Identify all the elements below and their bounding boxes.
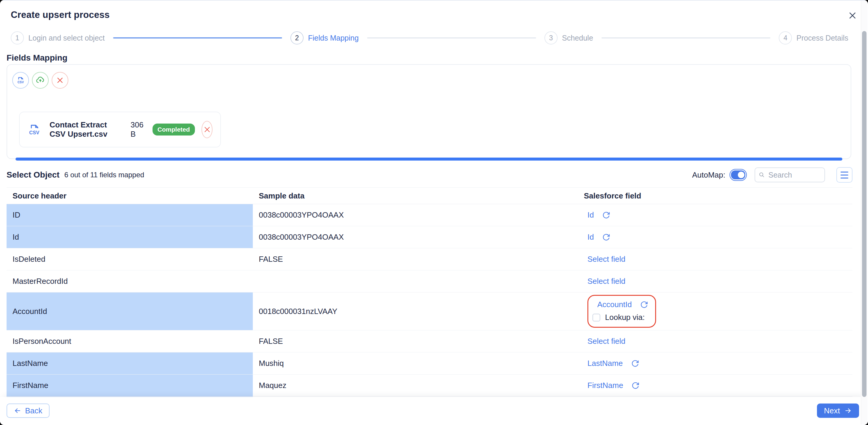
refresh-mapping-icon[interactable] <box>631 382 639 390</box>
salesforce-field-cell: Id <box>578 204 852 226</box>
uploaded-file-card: CSV Contact Extract CSV Upsert.csv 306 B… <box>19 112 221 147</box>
table-row: FirstNameMaquezFirstName <box>6 374 852 397</box>
table-row: IsDeletedFALSESelect field <box>6 248 852 270</box>
sample-data-cell: 0038c00003YPO4OAAX <box>253 226 578 248</box>
search-input[interactable] <box>768 171 821 179</box>
table-row: IsPersonAccountFALSESelect field <box>6 330 852 353</box>
upload-toolbar: CSV <box>12 72 68 89</box>
step-number: 2 <box>290 31 304 44</box>
sample-data-cell: FALSE <box>253 330 578 352</box>
select-object-heading: Select Object <box>6 170 59 180</box>
upload-progress-bar <box>16 158 842 160</box>
dialog-top-border <box>0 0 868 1</box>
automap-label: AutoMap: <box>692 171 725 180</box>
vertical-scrollbar[interactable] <box>861 1 867 424</box>
sample-data-cell: 0018c000031nzLVAAY <box>253 293 578 330</box>
csv-file-type-icon: CSV <box>27 123 41 136</box>
wizard-stepper: 1Login and select object2Fields Mapping3… <box>11 31 848 45</box>
fields-mapping-heading: Fields Mapping <box>6 53 67 63</box>
file-status-badge: Completed <box>153 124 195 135</box>
table-header-row: Source header Sample data Salesforce fie… <box>6 188 852 204</box>
source-header-cell: AccountId <box>6 293 253 330</box>
scrollbar-thumb[interactable] <box>862 31 867 397</box>
step-label: Process Details <box>796 34 848 42</box>
mapped-field-link[interactable]: AccountId <box>597 300 632 309</box>
stepper-step-2[interactable]: 2Fields Mapping <box>290 31 359 44</box>
col-header-salesforce: Salesforce field <box>578 188 852 204</box>
step-connector <box>113 37 282 38</box>
svg-text:CSV: CSV <box>18 81 24 84</box>
search-icon <box>759 171 765 179</box>
source-header-cell: LastName <box>6 353 253 374</box>
salesforce-field-cell: Select field <box>578 270 852 292</box>
select-object-bar: Select Object 6 out of 11 fields mapped … <box>6 167 852 183</box>
step-connector <box>367 37 536 38</box>
remove-icon[interactable] <box>52 72 68 89</box>
lookup-highlight-outline: AccountIdLookup via: <box>587 295 656 328</box>
lookup-via-checkbox[interactable] <box>592 314 600 322</box>
create-upsert-dialog: Create upsert process 1Login and select … <box>0 0 868 425</box>
step-number: 3 <box>545 31 558 44</box>
source-header-cell: IsDeleted <box>6 248 253 270</box>
search-box <box>754 168 825 182</box>
select-field-link[interactable]: Select field <box>587 277 625 286</box>
fields-mapping-table: Source header Sample data Salesforce fie… <box>6 187 852 401</box>
col-header-source: Source header <box>6 188 253 204</box>
arrow-left-icon <box>14 407 22 415</box>
column-menu-icon[interactable] <box>836 167 852 183</box>
refresh-mapping-icon[interactable] <box>640 301 648 309</box>
salesforce-field-cell: Id <box>578 226 852 248</box>
stepper-step-3[interactable]: 3Schedule <box>545 31 593 44</box>
automap-toggle[interactable] <box>730 169 747 181</box>
upload-cloud-icon[interactable] <box>32 72 49 89</box>
refresh-mapping-icon[interactable] <box>602 211 610 219</box>
sample-data-cell: Mushiq <box>253 353 578 374</box>
stepper-step-1[interactable]: 1Login and select object <box>11 31 105 44</box>
source-header-cell: ID <box>6 204 253 226</box>
arrow-right-icon <box>844 407 852 415</box>
close-icon[interactable] <box>847 10 858 21</box>
mapped-count-summary: 6 out of 11 fields mapped <box>64 171 144 179</box>
table-row: ID0038c00003YPO4OAAXId <box>6 204 852 226</box>
lookup-via-label: Lookup via: <box>605 313 645 322</box>
source-header-cell: FirstName <box>6 374 253 396</box>
refresh-mapping-icon[interactable] <box>602 233 610 241</box>
upload-panel: CSV CSV Contact Ext <box>6 64 851 159</box>
next-button[interactable]: Next <box>817 403 859 418</box>
file-name: Contact Extract CSV Upsert.csv <box>50 120 121 139</box>
source-header-cell: Id <box>6 226 253 248</box>
mapped-field-link[interactable]: LastName <box>587 359 623 368</box>
salesforce-field-cell: FirstName <box>578 374 852 396</box>
table-row: AccountId0018c000031nzLVAAYAccountIdLook… <box>6 293 852 330</box>
salesforce-field-cell: LastName <box>578 353 852 374</box>
page-title: Create upsert process <box>11 9 110 20</box>
salesforce-field-cell: AccountIdLookup via: <box>578 293 852 330</box>
file-remove-icon[interactable] <box>202 121 213 138</box>
step-number: 4 <box>779 31 792 44</box>
select-field-link[interactable]: Select field <box>587 254 625 264</box>
sample-data-cell: 0038c00003YPO4OAAX <box>253 204 578 226</box>
back-button[interactable]: Back <box>6 403 50 418</box>
step-label: Login and select object <box>28 34 105 42</box>
csv-file-icon[interactable]: CSV <box>12 72 29 89</box>
step-number: 1 <box>11 31 24 44</box>
step-label: Fields Mapping <box>308 34 359 42</box>
stepper-step-4[interactable]: 4Process Details <box>779 31 848 44</box>
mapped-field-link[interactable]: Id <box>587 210 594 220</box>
salesforce-field-cell: Select field <box>578 330 852 352</box>
upload-progress-track <box>16 158 842 160</box>
source-header-cell: IsPersonAccount <box>6 330 253 352</box>
step-connector <box>601 37 770 38</box>
mapped-field-link[interactable]: FirstName <box>587 381 623 390</box>
source-header-cell: MasterRecordId <box>6 270 253 292</box>
select-field-link[interactable]: Select field <box>587 337 625 346</box>
refresh-mapping-icon[interactable] <box>631 360 639 367</box>
table-row: MasterRecordIdSelect field <box>6 270 852 293</box>
svg-text:CSV: CSV <box>29 130 39 135</box>
step-label: Schedule <box>562 34 593 42</box>
sample-data-cell <box>253 270 578 292</box>
sample-data-cell: Maquez <box>253 374 578 396</box>
table-row: Id0038c00003YPO4OAAXId <box>6 226 852 248</box>
file-size: 306 B <box>130 120 143 139</box>
mapped-field-link[interactable]: Id <box>587 233 594 242</box>
